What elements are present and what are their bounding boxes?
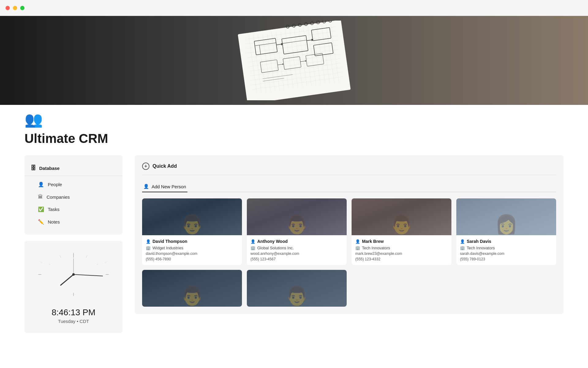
crm-logo-icon: 👥: [24, 111, 43, 128]
card-phone-mark: (555) 123-4332: [355, 257, 448, 261]
sidebar-section-database: 🗄 Database: [24, 161, 123, 176]
svg-line-66: [105, 262, 106, 263]
people-icon: 👤: [38, 182, 44, 187]
svg-point-73: [72, 273, 75, 276]
titlebar: [0, 0, 588, 16]
tab-person-icon: 👤: [143, 184, 149, 189]
main-content: 👥 Ultimate CRM 🗄 Database 👤 People 🏛 Com…: [0, 105, 588, 333]
page-title: Ultimate CRM: [24, 131, 564, 146]
people-cards-grid: 👨 👤 David Thompson 🏢 Widget Industries d…: [142, 198, 556, 307]
card-company-mark: 🏢 Tech Innovators: [355, 246, 448, 250]
card-photo-5: 👨: [142, 270, 242, 307]
card-email-anthony: wood.anrhony@example.com: [251, 251, 343, 256]
card-name-david: 👤 David Thompson: [146, 239, 238, 244]
card-email-sarah: sarah.davis@example.com: [460, 251, 552, 256]
person-icon: 👤: [460, 239, 465, 244]
person-card-6[interactable]: 👨: [247, 270, 347, 307]
card-company-david: 🏢 Widget Industries: [146, 246, 238, 250]
person-card-anthony[interactable]: 👨 👤 Anthony Wood 🏢 Global Solutions Inc.…: [247, 198, 347, 265]
sidebar-item-companies[interactable]: 🏛 Companies: [27, 191, 120, 203]
tasks-icon: ✅: [38, 206, 44, 212]
svg-line-71: [74, 274, 103, 276]
quick-add-header: + Quick Add: [142, 163, 556, 175]
card-body-mark: 👤 Mark Brew 🏢 Tech Innovators mark.brew2…: [352, 235, 451, 265]
card-body-anthony: 👤 Anthony Wood 🏢 Global Solutions Inc. w…: [247, 235, 347, 265]
card-email-mark: mark.brew23@example.com: [355, 251, 448, 256]
card-phone-david: (555) 456-7890: [146, 257, 238, 261]
svg-line-65: [96, 264, 98, 265]
card-body-sarah: 👤 Sarah Davis 🏢 Tech Innovators sarah.da…: [456, 235, 556, 265]
card-name-sarah: 👤 Sarah Davis: [460, 239, 552, 244]
card-email-david: david.thompson@example.com: [146, 251, 238, 256]
card-photo-mark: 👨: [352, 198, 451, 235]
silhouette-icon: 👨: [181, 285, 204, 307]
card-company-anthony: 🏢 Global Solutions Inc.: [251, 246, 343, 250]
card-photo-anthony: 👨: [247, 198, 347, 235]
person-card-david[interactable]: 👨 👤 David Thompson 🏢 Widget Industries d…: [142, 198, 242, 265]
silhouette-icon: 👨: [390, 213, 413, 235]
quick-add-title: Quick Add: [153, 163, 177, 169]
sidebar-item-notes[interactable]: ✏️ Notes: [27, 216, 120, 228]
sidebar-panel: 🗄 Database 👤 People 🏛 Companies ✅ Tasks …: [24, 155, 123, 235]
clock-widget: 8:46:13 PM Tuesday • CDT: [24, 241, 123, 333]
building-icon: 🏢: [460, 246, 465, 250]
silhouette-icon: 👩: [495, 213, 518, 235]
main-panel: + Quick Add 👤 Add New Person 👨: [135, 155, 564, 314]
maximize-button[interactable]: [20, 6, 24, 10]
card-body-david: 👤 David Thompson 🏢 Widget Industries dav…: [142, 235, 242, 265]
silhouette-icon: 👨: [181, 213, 204, 235]
building-icon: 🏢: [251, 246, 255, 250]
notes-icon: ✏️: [38, 219, 44, 225]
svg-line-67: [60, 255, 61, 258]
card-photo-david: 👨: [142, 198, 242, 235]
person-card-mark[interactable]: 👨 👤 Mark Brew 🏢 Tech Innovators mark.bre…: [352, 198, 451, 265]
card-name-mark: 👤 Mark Brew: [355, 239, 448, 244]
logo-row: 👥: [24, 105, 564, 128]
person-icon: 👤: [146, 239, 151, 244]
card-name-anthony: 👤 Anthony Wood: [251, 239, 343, 244]
companies-icon: 🏛: [38, 194, 43, 200]
card-photo-6: 👨: [247, 270, 347, 307]
person-icon: 👤: [251, 239, 255, 244]
analog-clock: [34, 250, 113, 305]
svg-line-70: [61, 274, 74, 285]
sidebar-item-tasks[interactable]: ✅ Tasks: [27, 203, 120, 215]
card-phone-sarah: (555) 789-0123: [460, 257, 552, 261]
person-card-sarah[interactable]: 👩 👤 Sarah Davis 🏢 Tech Innovators sarah.…: [456, 198, 556, 265]
svg-line-69: [41, 262, 42, 263]
card-photo-sarah: 👩: [456, 198, 556, 235]
person-icon: 👤: [355, 239, 360, 244]
building-icon: 🏢: [355, 246, 360, 250]
silhouette-icon: 👨: [285, 285, 308, 307]
database-icon: 🗄: [31, 165, 36, 171]
card-company-sarah: 🏢 Tech Innovators: [460, 246, 552, 250]
tab-bar: 👤 Add New Person: [142, 181, 556, 192]
minimize-button[interactable]: [13, 6, 17, 10]
building-icon: 🏢: [146, 246, 151, 250]
clock-digital-time: 8:46:13 PM: [51, 308, 95, 317]
hero-image: [0, 16, 588, 105]
clock-date: Tuesday • CDT: [58, 319, 89, 324]
sidebar-item-people[interactable]: 👤 People: [27, 178, 120, 190]
sidebar: 🗄 Database 👤 People 🏛 Companies ✅ Tasks …: [24, 155, 123, 333]
close-button[interactable]: [6, 6, 10, 10]
svg-line-68: [49, 264, 51, 265]
tab-add-new-person[interactable]: 👤 Add New Person: [142, 181, 187, 192]
hero-banner: [0, 16, 588, 105]
person-card-5[interactable]: 👨: [142, 270, 242, 307]
silhouette-icon: 👨: [285, 213, 308, 235]
card-phone-anthony: (555) 123-4567: [251, 257, 343, 261]
svg-line-64: [86, 255, 87, 258]
content-grid: 🗄 Database 👤 People 🏛 Companies ✅ Tasks …: [24, 155, 564, 333]
quick-add-icon: +: [142, 163, 149, 170]
